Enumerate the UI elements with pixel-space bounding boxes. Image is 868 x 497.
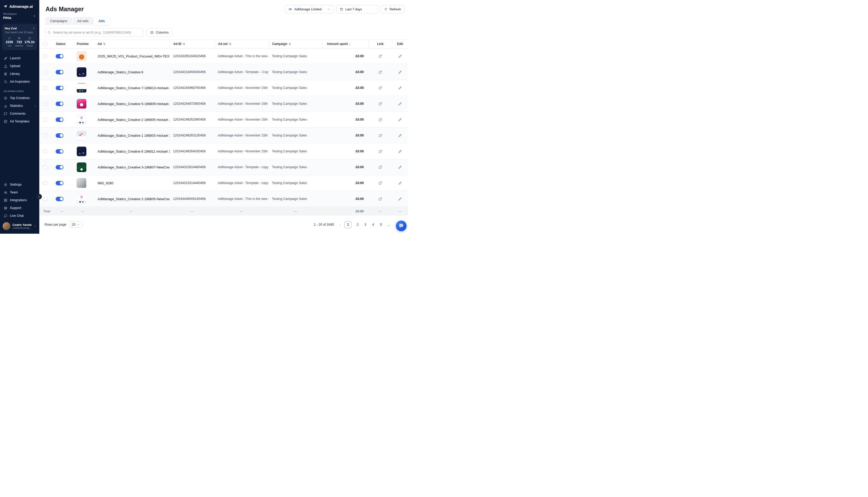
sort-icon: ⇅ <box>183 42 185 46</box>
chevron-down-icon <box>77 223 80 226</box>
columns-button[interactable]: Columns <box>147 28 172 37</box>
status-toggle[interactable] <box>56 165 64 170</box>
sidebar-item-statistics[interactable]: Statistics › <box>0 102 39 110</box>
sidebar-item-top-creatives[interactable]: Top Creatives <box>0 94 39 102</box>
link-cell[interactable] <box>369 54 392 58</box>
page-button-5[interactable]: 5 <box>379 223 383 226</box>
edit-cell[interactable] <box>392 54 408 58</box>
link-cell[interactable] <box>369 197 392 201</box>
edit-cell[interactable] <box>392 102 408 106</box>
link-cell[interactable] <box>369 70 392 74</box>
row-select-cell <box>39 118 51 122</box>
row-checkbox[interactable] <box>43 118 47 122</box>
ad-id: 120244310924480456 <box>170 165 215 169</box>
account-selector[interactable]: AdManage Limited <box>285 5 334 13</box>
ad-thumbnail[interactable] <box>77 67 86 77</box>
row-checkbox[interactable] <box>43 150 47 153</box>
column-header-ad[interactable]: Ad⇅ <box>92 40 170 48</box>
app-window: Admanage.ai Workspace Pihla Hey Ced × Yo… <box>0 0 408 234</box>
live-chat-fab[interactable] <box>396 221 407 231</box>
link-cell[interactable] <box>369 102 392 106</box>
ad-thumbnail[interactable] <box>77 52 86 61</box>
edit-cell[interactable] <box>392 181 408 185</box>
sidebar-item-integrations[interactable]: Integrations <box>0 196 39 204</box>
status-toggle[interactable] <box>56 70 64 74</box>
row-checkbox[interactable] <box>43 54 47 58</box>
sidebar-item-ad-templates[interactable]: Ad Templates <box>0 117 39 125</box>
sidebar-item-settings[interactable]: Settings <box>0 181 39 188</box>
sidebar-item-live-chat[interactable]: Live Chat <box>0 212 39 219</box>
sidebar-item-launch[interactable]: Launch <box>0 54 39 62</box>
status-toggle[interactable] <box>56 133 64 138</box>
edit-cell[interactable] <box>392 197 408 201</box>
row-checkbox[interactable] <box>43 181 47 185</box>
row-checkbox[interactable] <box>43 197 47 201</box>
sidebar-item-support[interactable]: Support <box>0 204 39 212</box>
row-checkbox[interactable] <box>43 102 47 106</box>
edit-cell[interactable] <box>392 70 408 74</box>
edit-cell[interactable] <box>392 150 408 153</box>
rows-per-page-select[interactable]: 20 <box>69 222 82 228</box>
tab-campaigns[interactable]: Campaigns <box>45 17 72 25</box>
sidebar-item-team[interactable]: Team <box>0 188 39 196</box>
status-toggle[interactable] <box>56 181 64 185</box>
page-button-4[interactable]: 4 <box>371 223 375 226</box>
status-toggle[interactable] <box>56 86 64 90</box>
ad-thumbnail[interactable] <box>77 131 86 140</box>
ad-thumbnail[interactable] <box>77 194 86 204</box>
ad-thumbnail[interactable] <box>77 162 86 172</box>
status-cell <box>51 117 73 122</box>
status-toggle[interactable] <box>56 102 64 106</box>
ad-thumbnail[interactable] <box>77 178 86 188</box>
link-cell[interactable] <box>369 165 392 169</box>
sidebar-collapse-button[interactable]: ‹ <box>37 194 42 199</box>
sidebar-item-comments[interactable]: Comments <box>0 110 39 117</box>
tab-ads[interactable]: Ads <box>94 17 110 25</box>
previous-page-button[interactable]: ‹ <box>339 223 340 227</box>
edit-cell[interactable] <box>392 86 408 90</box>
user-menu[interactable]: Cedric Yarish ced@admanag... <box>0 219 39 234</box>
ad-thumbnail[interactable] <box>77 146 86 156</box>
row-checkbox[interactable] <box>43 70 47 74</box>
external-link-icon <box>378 70 382 74</box>
column-header-campaign[interactable]: Campaign⇅ <box>268 40 322 48</box>
workspace-selector[interactable]: Workspace Pihla <box>0 11 39 23</box>
edit-cell[interactable] <box>392 133 408 138</box>
ad-name: AdManage_Statics_Creative 7-186813-micka… <box>92 86 170 90</box>
link-cell[interactable] <box>369 86 392 90</box>
link-cell[interactable] <box>369 150 392 153</box>
ad-thumbnail[interactable] <box>77 115 86 125</box>
close-icon[interactable]: × <box>33 27 35 30</box>
link-cell[interactable] <box>369 118 392 122</box>
tab-ad-sets[interactable]: Ad sets <box>73 17 93 25</box>
select-all-checkbox[interactable] <box>43 42 47 46</box>
app-logo[interactable]: Admanage.ai <box>0 0 39 11</box>
refresh-button[interactable]: Refresh <box>381 5 404 13</box>
page-button-2[interactable]: 2 <box>356 223 359 226</box>
edit-cell[interactable] <box>392 165 408 169</box>
column-header-ad-set[interactable]: Ad set⇅ <box>215 40 268 48</box>
page-button-1[interactable]: 1 <box>344 221 352 228</box>
row-checkbox[interactable] <box>43 165 47 169</box>
column-header-ad-id[interactable]: Ad ID⇅ <box>170 40 215 48</box>
preview-cell <box>73 83 92 93</box>
total-dash: — <box>170 210 215 213</box>
edit-cell[interactable] <box>392 118 408 122</box>
ad-thumbnail[interactable] <box>77 99 86 109</box>
sidebar-item-ad-inspiration[interactable]: Ad Inspiration <box>0 78 39 86</box>
column-header-amount-spent[interactable]: Amount spent↓ <box>322 40 369 48</box>
sidebar-item-upload[interactable]: Upload <box>0 62 39 70</box>
row-checkbox[interactable] <box>43 86 47 90</box>
page-button-3[interactable]: 3 <box>363 223 367 226</box>
link-cell[interactable] <box>369 181 392 185</box>
status-toggle[interactable] <box>56 197 64 201</box>
status-toggle[interactable] <box>56 149 64 154</box>
ad-thumbnail[interactable] <box>77 83 86 93</box>
status-toggle[interactable] <box>56 117 64 122</box>
row-checkbox[interactable] <box>43 133 47 138</box>
status-toggle[interactable] <box>56 54 64 58</box>
sidebar-item-library[interactable]: Library <box>0 70 39 78</box>
search-input[interactable] <box>44 28 143 37</box>
link-cell[interactable] <box>369 133 392 138</box>
date-range-button[interactable]: Last 7 days <box>336 5 378 13</box>
